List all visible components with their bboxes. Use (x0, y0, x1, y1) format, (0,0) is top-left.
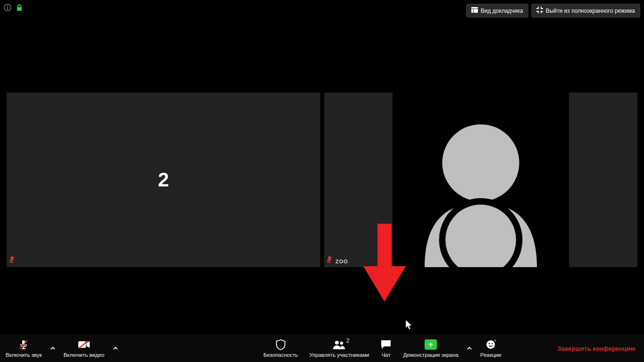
participant-name: ZOO (335, 259, 348, 264)
participants-label: Управлять участниками (309, 352, 369, 358)
end-meeting-button[interactable]: Завершить конференцию (553, 335, 639, 362)
camera-off-icon (78, 339, 90, 350)
svg-rect-2 (7, 7, 8, 9)
svg-point-11 (442, 124, 519, 201)
svg-point-22 (335, 341, 339, 345)
svg-point-25 (489, 343, 490, 345)
muted-mic-icon (326, 256, 333, 265)
top-right-buttons: Вид докладчика Выйти из полноэкранного р… (466, 4, 640, 17)
exit-fullscreen-button[interactable]: Выйти из полноэкранного режима (531, 4, 640, 17)
share-screen-button[interactable]: Демонстрация экрана (397, 335, 464, 362)
people-icon (333, 339, 346, 350)
grid-icon (471, 7, 478, 14)
video-options-chevron[interactable] (110, 335, 121, 362)
chat-label: Чат (382, 352, 391, 358)
shield-icon (276, 339, 286, 350)
chat-button[interactable]: Чат (375, 335, 397, 362)
participants-count: 2 (346, 337, 350, 344)
share-options-chevron[interactable] (464, 335, 475, 362)
svg-point-26 (492, 343, 493, 345)
speaker-view-label: Вид докладчика (481, 8, 523, 14)
security-label: Безопасность (263, 352, 298, 358)
chat-icon (380, 339, 392, 350)
participant-tile-1[interactable]: 2 (7, 93, 320, 267)
svg-rect-5 (471, 9, 473, 13)
audio-options-chevron[interactable] (48, 335, 58, 362)
share-label: Демонстрация экрана (403, 352, 459, 358)
security-button[interactable]: Безопасность (258, 335, 303, 362)
tile-2-right-bar (569, 93, 637, 267)
info-icon[interactable] (4, 4, 11, 11)
svg-point-23 (340, 342, 343, 345)
svg-rect-6 (474, 9, 478, 13)
speaker-view-button[interactable]: Вид докладчика (466, 4, 528, 17)
video-gallery: 2 ZOO (7, 93, 637, 267)
unmute-label: Включить звук (6, 352, 42, 358)
svg-rect-20 (78, 341, 86, 348)
avatar-icon (401, 107, 561, 267)
mouse-cursor-icon (406, 320, 413, 330)
muted-mic-icon (8, 256, 15, 265)
unmute-button[interactable]: Включить звук (0, 335, 48, 362)
svg-text:+: + (494, 339, 496, 343)
center-group: Безопасность 2 Управлять участниками Чат… (258, 335, 507, 362)
reactions-button[interactable]: + Реакции (475, 335, 507, 362)
end-meeting-label: Завершить конференцию (557, 345, 636, 352)
lock-icon[interactable] (16, 4, 23, 11)
svg-rect-4 (471, 7, 478, 8)
share-icon (425, 339, 437, 350)
annotation-arrow-icon (361, 224, 408, 304)
bottom-toolbar: Включить звук Включить видео Безопасност… (0, 335, 644, 362)
tile-1-label: 2 (158, 168, 169, 191)
audio-video-group: Включить звук Включить видео (0, 335, 121, 362)
svg-point-1 (7, 6, 8, 7)
mic-muted-icon (18, 339, 29, 350)
smiley-icon: + (485, 339, 496, 350)
top-bar: Вид докладчика Выйти из полноэкранного р… (0, 0, 644, 19)
reactions-label: Реакции (480, 352, 501, 358)
participants-button[interactable]: 2 Управлять участниками (303, 335, 375, 362)
top-left-icons (4, 4, 23, 11)
exit-fullscreen-icon (536, 7, 543, 15)
start-video-label: Включить видео (64, 352, 105, 358)
start-video-button[interactable]: Включить видео (58, 335, 110, 362)
svg-rect-3 (17, 7, 22, 11)
exit-fullscreen-label: Выйти из полноэкранного режима (546, 8, 635, 14)
